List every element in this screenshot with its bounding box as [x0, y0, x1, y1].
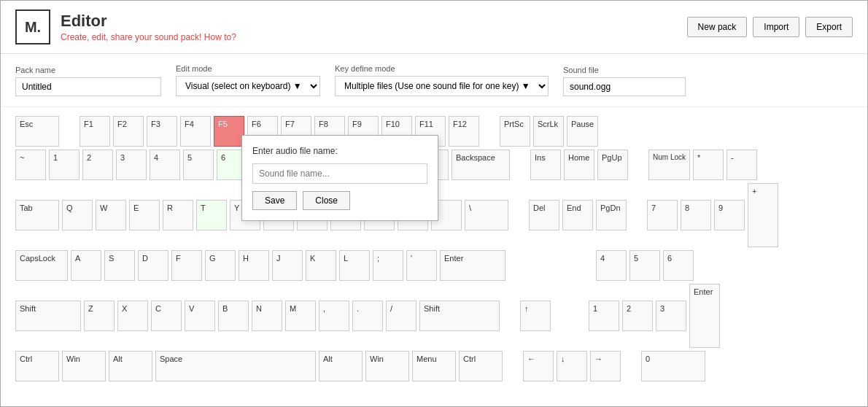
key-spacer-nav3c [543, 250, 558, 281]
key-h[interactable]: H [239, 250, 269, 281]
key-right[interactable]: → [590, 351, 621, 381]
key-tilde[interactable]: ~ [15, 150, 46, 180]
key-backspace[interactable]: Backspace [452, 150, 510, 180]
key-num4[interactable]: 4 [596, 250, 627, 281]
key-f1[interactable]: F1 [80, 116, 110, 147]
key-2[interactable]: 2 [82, 150, 113, 180]
key-num-enter[interactable]: Enter [689, 284, 720, 348]
key-enter[interactable]: Enter [440, 250, 505, 281]
key-x[interactable]: X [117, 301, 148, 331]
key-num5[interactable]: 5 [629, 250, 660, 281]
key-f4[interactable]: F4 [180, 116, 211, 147]
key-home[interactable]: Home [564, 150, 594, 180]
key-comma[interactable]: , [319, 301, 349, 331]
key-spacer-sys [482, 116, 497, 147]
key-lshift[interactable]: Shift [15, 301, 81, 331]
key-num8[interactable]: 8 [681, 200, 711, 230]
dialog-title: Enter audio file name: [252, 146, 427, 156]
key-rctrl[interactable]: Ctrl [459, 351, 503, 381]
key-5[interactable]: 5 [183, 150, 214, 180]
sound-file-input[interactable] [563, 77, 686, 96]
key-slash[interactable]: / [386, 301, 416, 331]
key-num2[interactable]: 2 [622, 301, 653, 331]
key-e[interactable]: E [129, 200, 160, 230]
key-num6[interactable]: 6 [663, 250, 694, 281]
key-s[interactable]: S [104, 250, 135, 281]
dialog-save-button[interactable]: Save [252, 191, 297, 210]
key-pgdn[interactable]: PgDn [596, 200, 627, 230]
key-f5[interactable]: F5 [214, 116, 244, 147]
key-pause[interactable]: Pause [567, 116, 598, 147]
key-ins[interactable]: Ins [530, 150, 561, 180]
key-pgup[interactable]: PgUp [597, 150, 628, 180]
key-j[interactable]: J [272, 250, 303, 281]
key-1[interactable]: 1 [49, 150, 80, 180]
new-pack-button[interactable]: New pack [687, 17, 748, 37]
key-c[interactable]: C [151, 301, 182, 331]
key-esc[interactable]: Esc [15, 116, 59, 147]
key-g[interactable]: G [205, 250, 236, 281]
key-scrlk[interactable]: ScrLk [533, 116, 564, 147]
key-rwin[interactable]: Win [365, 351, 409, 381]
key-del[interactable]: Del [529, 200, 559, 230]
key-q[interactable]: Q [62, 200, 93, 230]
key-num-minus[interactable]: - [726, 150, 757, 180]
key-lctrl[interactable]: Ctrl [15, 351, 59, 381]
key-4[interactable]: 4 [150, 150, 180, 180]
key-num0[interactable]: 0 [641, 351, 705, 381]
export-button[interactable]: Export [805, 17, 853, 37]
key-k[interactable]: K [306, 250, 336, 281]
key-define-label: Key define mode [335, 64, 549, 73]
key-spacer-nav3d [561, 250, 576, 281]
key-a[interactable]: A [71, 250, 101, 281]
key-m[interactable]: M [285, 301, 316, 331]
key-capslock[interactable]: CapsLock [15, 250, 68, 281]
key-num3[interactable]: 3 [656, 301, 686, 331]
import-button[interactable]: Import [753, 17, 799, 37]
key-b[interactable]: B [218, 301, 249, 331]
dialog-close-button[interactable]: Close [303, 191, 350, 210]
key-define-select[interactable]: Multiple files (Use one sound file for o… [335, 76, 549, 96]
audio-file-input[interactable] [252, 163, 427, 184]
key-quote[interactable]: ' [406, 250, 437, 281]
key-prtsc[interactable]: PrtSc [500, 116, 530, 147]
key-numlock[interactable]: Num Lock [648, 150, 690, 180]
how-to-link[interactable]: How to? [204, 32, 236, 42]
key-lalt[interactable]: Alt [109, 351, 152, 381]
key-lwin[interactable]: Win [62, 351, 106, 381]
edit-mode-select[interactable]: Visual (select on keyboard) ▼ [176, 76, 320, 96]
key-f3[interactable]: F3 [147, 116, 177, 147]
key-t[interactable]: T [196, 200, 227, 230]
key-d[interactable]: D [138, 250, 168, 281]
key-f12[interactable]: F12 [449, 116, 479, 147]
key-menu[interactable]: Menu [412, 351, 456, 381]
sound-file-group: Sound file [563, 66, 686, 96]
key-num1[interactable]: 1 [589, 301, 619, 331]
key-down[interactable]: ↓ [557, 351, 587, 381]
key-n[interactable]: N [252, 301, 282, 331]
pack-name-input[interactable] [15, 77, 161, 96]
key-semicolon[interactable]: ; [373, 250, 403, 281]
key-v[interactable]: V [185, 301, 215, 331]
key-left[interactable]: ← [523, 351, 554, 381]
key-f2[interactable]: F2 [113, 116, 144, 147]
key-backslash[interactable]: \ [465, 200, 508, 230]
key-end[interactable]: End [562, 200, 593, 230]
key-num7[interactable]: 7 [647, 200, 678, 230]
key-spacer-nav1 [513, 150, 527, 180]
key-rshift[interactable]: Shift [419, 301, 500, 331]
key-z[interactable]: Z [84, 301, 115, 331]
key-l[interactable]: L [339, 250, 370, 281]
key-f[interactable]: F [171, 250, 202, 281]
key-space[interactable]: Space [155, 351, 316, 381]
key-up[interactable]: ↑ [520, 301, 551, 331]
key-3[interactable]: 3 [116, 150, 147, 180]
key-num-star[interactable]: * [693, 150, 724, 180]
key-ralt[interactable]: Alt [319, 351, 363, 381]
key-w[interactable]: W [96, 200, 126, 230]
key-tab[interactable]: Tab [15, 200, 59, 230]
key-num-plus[interactable]: + [748, 183, 778, 247]
key-r[interactable]: R [163, 200, 193, 230]
key-period[interactable]: . [352, 301, 383, 331]
key-num9[interactable]: 9 [714, 200, 745, 230]
